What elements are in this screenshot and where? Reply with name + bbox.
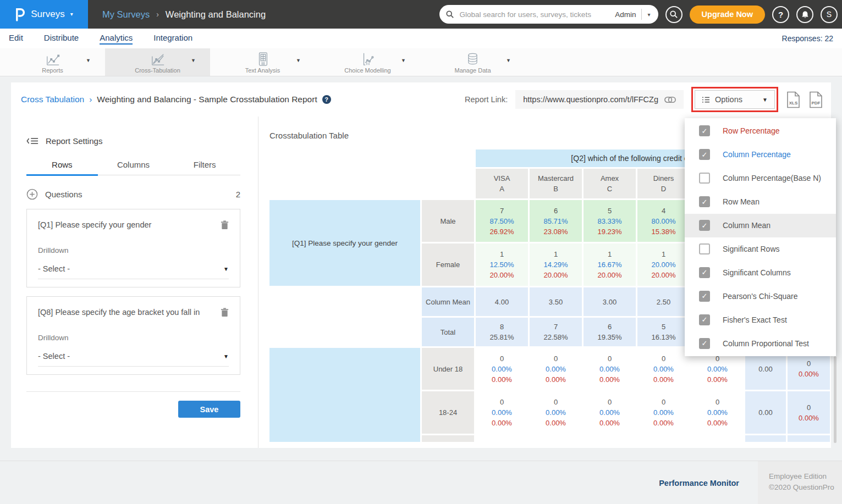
responses-count: Responses: 22 bbox=[782, 34, 833, 43]
menu-item-label: Fisher's Exact Test bbox=[723, 315, 787, 324]
chevron-down-icon: ▾ bbox=[70, 12, 73, 17]
menu-item-pearson-s-chi-square[interactable]: ✓Pearson's Chi-Square bbox=[685, 284, 836, 308]
search-button[interactable] bbox=[665, 6, 683, 23]
crosstab-col-header: MastercardB bbox=[530, 169, 582, 198]
chevron-down-icon: ▼ bbox=[762, 97, 768, 103]
checkbox-column-mean[interactable]: ✓ bbox=[699, 220, 710, 231]
checkbox-fisher-s-exact-test[interactable]: ✓ bbox=[699, 314, 710, 325]
menu-item-label: Pearson's Chi-Square bbox=[723, 292, 798, 301]
nav-tab-analytics[interactable]: Analytics bbox=[100, 33, 133, 45]
crosstab-cell: 00.00%0.00% bbox=[584, 348, 636, 390]
product-switcher[interactable]: Surveys ▾ bbox=[0, 0, 88, 29]
drilldown-select[interactable]: - Select -▼ bbox=[38, 352, 229, 367]
menu-item-label: Significant Rows bbox=[723, 245, 780, 253]
chevron-down-icon[interactable]: ▼ bbox=[506, 58, 511, 63]
search-scope[interactable]: Admin bbox=[615, 10, 636, 19]
performance-monitor-link[interactable]: Performance Monitor bbox=[659, 479, 739, 488]
crosstab-row-label: Under 18 bbox=[422, 348, 474, 390]
menu-item-label: Column Mean bbox=[723, 221, 771, 230]
checkbox-significant-rows[interactable] bbox=[699, 243, 710, 254]
crosstab-cell bbox=[584, 435, 636, 442]
menu-item-label: Column Percentage(Base N) bbox=[723, 174, 821, 182]
export-xls-button[interactable]: XLS bbox=[786, 91, 801, 108]
help-icon[interactable]: ? bbox=[322, 95, 331, 104]
help-button[interactable]: ? bbox=[772, 6, 789, 23]
divider bbox=[641, 9, 642, 20]
chevron-down-icon[interactable]: ▼ bbox=[401, 58, 406, 63]
notifications-button[interactable] bbox=[796, 6, 813, 23]
nav-tab-distribute[interactable]: Distribute bbox=[44, 33, 79, 45]
menu-item-column-mean[interactable]: ✓Column Mean bbox=[685, 214, 836, 237]
delete-question-icon[interactable] bbox=[221, 308, 229, 319]
menu-item-column-percentage-base-n[interactable]: Column Percentage(Base N) bbox=[685, 167, 836, 190]
crosstab-row-label: Male bbox=[422, 200, 474, 242]
question-card-2: [Q8] Please specify the age bracket you … bbox=[26, 296, 240, 375]
settings-tab-rows[interactable]: Rows bbox=[26, 160, 98, 176]
checkbox-column-proportional-test[interactable]: ✓ bbox=[699, 338, 710, 349]
crosstab-cell bbox=[530, 435, 582, 442]
toolbar-item-label: Reports bbox=[42, 67, 63, 74]
options-highlight-annotation: Options ▼ bbox=[691, 87, 778, 112]
delete-question-icon[interactable] bbox=[221, 220, 229, 232]
toolbar-item-choice-modelling[interactable]: ▼Choice Modelling bbox=[315, 48, 420, 76]
link-icon[interactable] bbox=[664, 96, 676, 103]
chevron-down-icon[interactable]: ▼ bbox=[296, 58, 301, 63]
menu-item-row-mean[interactable]: ✓Row Mean bbox=[685, 190, 836, 214]
drilldown-select[interactable]: - Select -▼ bbox=[38, 264, 229, 279]
crosstab-cell bbox=[637, 435, 690, 442]
chevron-down-icon[interactable]: ▼ bbox=[191, 58, 196, 63]
line-chart-icon bbox=[45, 51, 61, 67]
toolbar-item-cross-tabulation[interactable]: ▼Cross-Tabulation bbox=[105, 48, 210, 76]
menu-item-column-percentage[interactable]: ✓Column Percentage bbox=[685, 143, 836, 167]
question-card-header: [Q8] Please specify the age bracket you … bbox=[38, 308, 229, 319]
export-pdf-button[interactable]: PDF bbox=[808, 91, 823, 108]
menu-item-fisher-s-exact-test[interactable]: ✓Fisher's Exact Test bbox=[685, 308, 836, 331]
checkbox-pearson-s-chi-square[interactable]: ✓ bbox=[699, 291, 710, 302]
collapse-settings-icon[interactable] bbox=[26, 137, 38, 145]
crosstab-cell: 722.58% bbox=[530, 318, 582, 346]
crosstab-cell: 00.00%0.00% bbox=[637, 391, 690, 434]
database-icon bbox=[465, 51, 480, 67]
crosstab-cell bbox=[476, 435, 528, 442]
add-question-icon[interactable] bbox=[26, 189, 38, 200]
avatar[interactable]: S bbox=[821, 6, 838, 23]
cross-tabulation-link[interactable]: Cross Tabulation bbox=[21, 95, 84, 104]
toolbar-item-reports[interactable]: ▼Reports bbox=[0, 48, 105, 76]
menu-item-column-proportional-test[interactable]: ✓Column Proportional Test bbox=[685, 331, 836, 355]
checkbox-column-percentage-base-n[interactable] bbox=[699, 173, 710, 184]
toolbar-item-manage-data[interactable]: ▼Manage Data bbox=[420, 48, 525, 76]
crosstab-cell: 516.13% bbox=[637, 318, 690, 346]
chevron-down-icon[interactable]: ▾ bbox=[647, 12, 652, 18]
menu-item-significant-rows[interactable]: Significant Rows bbox=[685, 237, 836, 261]
report-settings-header[interactable]: Report Settings bbox=[26, 136, 240, 146]
options-label: Options bbox=[715, 95, 742, 104]
upgrade-now-button[interactable]: Upgrade Now bbox=[690, 5, 765, 24]
table-scrollbar[interactable] bbox=[834, 356, 837, 443]
crosstab-cell: 825.81% bbox=[476, 318, 528, 346]
settings-tab-columns[interactable]: Columns bbox=[98, 160, 169, 175]
toolbar-item-text-analysis[interactable]: ▼Text Analysis bbox=[210, 48, 315, 76]
drilldown-label: Drilldown bbox=[38, 334, 229, 342]
settings-tab-filters[interactable]: Filters bbox=[169, 160, 240, 175]
nav-tab-integration[interactable]: Integration bbox=[153, 33, 192, 45]
chevron-down-icon: ▼ bbox=[223, 266, 229, 272]
menu-item-row-percentage[interactable]: ✓Row Percentage bbox=[685, 119, 836, 143]
crosstab-row-label: Total bbox=[422, 318, 474, 346]
svg-text:XLS: XLS bbox=[789, 101, 798, 106]
my-surveys-link[interactable]: My Surveys bbox=[102, 9, 150, 20]
report-url[interactable]: https://www.questionpro.com/t/lFFCZg bbox=[523, 95, 658, 104]
save-button[interactable]: Save bbox=[178, 401, 240, 418]
global-search-input[interactable] bbox=[459, 10, 610, 19]
nav-tab-edit[interactable]: Edit bbox=[9, 33, 23, 45]
checkbox-significant-columns[interactable]: ✓ bbox=[699, 267, 710, 278]
crosstab-cell bbox=[788, 435, 830, 442]
options-button[interactable]: Options ▼ bbox=[695, 90, 775, 109]
checkbox-column-percentage[interactable]: ✓ bbox=[699, 149, 710, 160]
chevron-down-icon: ▼ bbox=[223, 353, 229, 359]
menu-item-significant-columns[interactable]: ✓Significant Columns bbox=[685, 261, 836, 284]
checkbox-row-percentage[interactable]: ✓ bbox=[699, 125, 710, 136]
edition-box: Employee Edition ©2020 QuestionPro bbox=[758, 461, 842, 504]
chevron-down-icon[interactable]: ▼ bbox=[86, 58, 91, 63]
edition-label: Employee Edition bbox=[769, 471, 842, 482]
checkbox-row-mean[interactable]: ✓ bbox=[699, 196, 710, 207]
